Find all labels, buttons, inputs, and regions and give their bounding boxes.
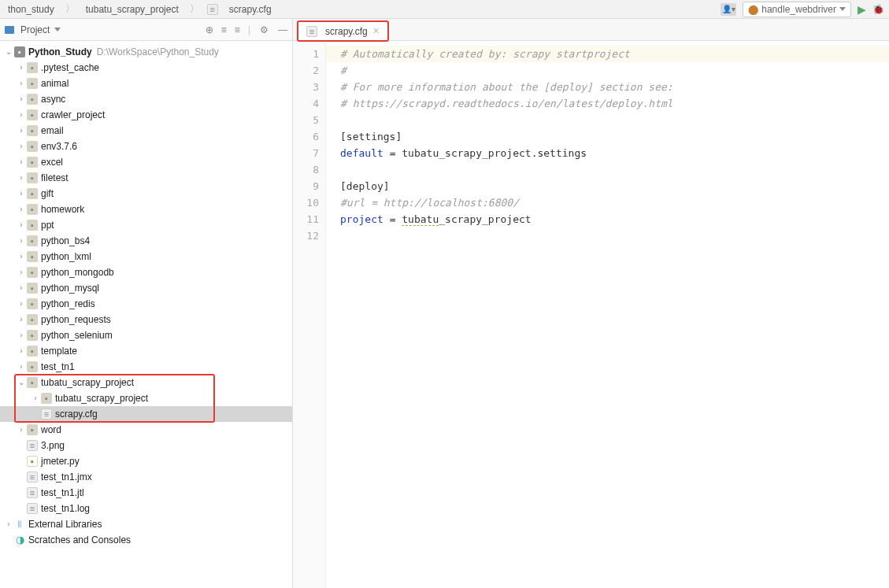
chevron-down-icon[interactable]: ⌄	[3, 44, 14, 60]
tree-item-label: email	[41, 123, 64, 139]
tree-folder[interactable]: ›▪animal	[0, 76, 292, 91]
chevron-right-icon[interactable]: ›	[16, 139, 27, 154]
avatar-icon[interactable]: 👤▾	[720, 3, 736, 16]
chevron-right-icon[interactable]: ›	[16, 107, 27, 123]
tree-folder[interactable]: ⌄ ▪ tubatu_scrapy_project	[0, 375, 292, 390]
tree-folder[interactable]: ›▪ppt	[0, 217, 292, 233]
chevron-down-icon[interactable]: ⌄	[16, 375, 27, 390]
tree-folder[interactable]: ›▪.pytest_cache	[0, 60, 292, 76]
project-tree[interactable]: ⌄ ▪ Python_Study D:\WorkSpace\Python_Stu…	[0, 41, 292, 588]
file-icon: ≡	[27, 487, 38, 498]
tree-folder[interactable]: ›▪test_tn1	[0, 359, 292, 375]
chevron-right-icon[interactable]: ›	[16, 359, 27, 375]
chevron-right-icon[interactable]: ›	[16, 264, 27, 280]
project-view-selector[interactable]: Project	[5, 24, 61, 35]
tree-folder[interactable]: ›▪template	[0, 343, 292, 359]
tree-file[interactable]: ›≡test_tn1.log	[0, 501, 292, 516]
py-icon: ▪	[27, 456, 38, 467]
chevron-right-icon[interactable]: ›	[16, 76, 27, 91]
tree-folder[interactable]: ›▪excel	[0, 154, 292, 170]
tree-file[interactable]: ›▪jmeter.py	[0, 453, 292, 469]
run-button[interactable]: ▶	[858, 3, 866, 16]
tree-folder[interactable]: ›▪env3.7.6	[0, 139, 292, 154]
tree-item-label: test_tn1	[41, 359, 75, 375]
code-content[interactable]: # Automatically created by: scrapy start…	[326, 41, 889, 588]
folder-icon: ▪	[27, 109, 38, 120]
collapse-all-button[interactable]: ≡	[235, 24, 240, 35]
folder-icon: ▪	[27, 330, 38, 341]
run-config-selector[interactable]: ⬤ handle_webdriver	[743, 2, 851, 17]
tree-item-label: homework	[41, 202, 84, 217]
editor-tab[interactable]: ≡ scrapy.cfg ✕	[298, 21, 388, 40]
tree-folder[interactable]: ›▪crawler_project	[0, 107, 292, 123]
close-icon[interactable]: ✕	[372, 26, 380, 36]
tree-folder[interactable]: ›▪python_mysql	[0, 280, 292, 296]
chevron-right-icon[interactable]: ›	[16, 233, 27, 249]
hide-button[interactable]: —	[278, 24, 287, 35]
editor-tabbar[interactable]: ≡ scrapy.cfg ✕	[293, 19, 889, 41]
expand-all-button[interactable]: ≡	[221, 24, 227, 35]
folder-icon: ▪	[27, 141, 38, 152]
chevron-right-icon[interactable]: ›	[16, 91, 27, 107]
chevron-right-icon[interactable]: ›	[16, 154, 27, 170]
breadcrumb-item[interactable]: tubatu_scrapy_project	[83, 2, 182, 17]
code-editor[interactable]: 123456789101112 # Automatically created …	[293, 41, 889, 588]
tree-folder[interactable]: ›▪word	[0, 422, 292, 438]
gear-icon[interactable]: ⚙	[258, 24, 270, 35]
tree-folder[interactable]: ›▪python_mongodb	[0, 264, 292, 280]
tree-file[interactable]: ›≡test_tn1.jmx	[0, 469, 292, 485]
tree-folder[interactable]: ›▪email	[0, 123, 292, 139]
debug-button[interactable]: 🐞	[872, 4, 884, 15]
chevron-down-icon	[839, 7, 846, 11]
tree-file[interactable]: ›≡3.png	[0, 438, 292, 453]
chevron-right-icon[interactable]: ›	[3, 516, 14, 532]
tree-root[interactable]: ⌄ ▪ Python_Study D:\WorkSpace\Python_Stu…	[0, 44, 292, 60]
tree-item-label: .pytest_cache	[41, 60, 99, 76]
tree-file-selected[interactable]: › ≡ scrapy.cfg	[0, 406, 292, 422]
folder-icon: ▪	[27, 94, 38, 105]
chevron-right-icon[interactable]: ›	[16, 123, 27, 139]
chevron-right-icon[interactable]: ›	[16, 217, 27, 233]
chevron-right-icon[interactable]: ›	[16, 249, 27, 264]
breadcrumb[interactable]: thon_study 〉 tubatu_scrapy_project 〉 ≡ s…	[5, 1, 275, 17]
chevron-right-icon[interactable]: ›	[16, 343, 27, 359]
file-icon: ≡	[27, 472, 38, 483]
tree-folder[interactable]: ›▪python_redis	[0, 296, 292, 312]
chevron-right-icon[interactable]: ›	[16, 280, 27, 296]
tree-item-label: scrapy.cfg	[55, 406, 98, 422]
tree-item-label: python_mysql	[41, 280, 99, 296]
breadcrumb-item[interactable]: scrapy.cfg	[226, 2, 275, 17]
chevron-right-icon[interactable]: ›	[16, 422, 27, 438]
tree-item-label: word	[41, 422, 61, 438]
chevron-right-icon[interactable]: ›	[16, 60, 27, 76]
chevron-right-icon[interactable]: ›	[16, 296, 27, 312]
project-icon	[5, 26, 14, 34]
tree-file[interactable]: ›≡test_tn1.jtl	[0, 485, 292, 501]
tree-folder[interactable]: ›▪homework	[0, 202, 292, 217]
chevron-right-icon[interactable]: ›	[16, 312, 27, 327]
tree-folder[interactable]: ›▪async	[0, 91, 292, 107]
breadcrumb-item[interactable]: thon_study	[5, 2, 57, 17]
tree-folder[interactable]: ›▪gift	[0, 186, 292, 202]
folder-icon: ▪	[27, 267, 38, 278]
file-icon: ≡	[41, 409, 52, 420]
tree-folder[interactable]: › ▪ tubatu_scrapy_project	[0, 390, 292, 406]
scratches-consoles[interactable]: › ◑ Scratches and Consoles	[0, 532, 292, 548]
tree-item-label: gift	[41, 186, 54, 202]
chevron-right-icon[interactable]: ›	[16, 170, 27, 186]
chevron-right-icon[interactable]: ›	[16, 202, 27, 217]
tree-folder[interactable]: ›▪python_lxml	[0, 249, 292, 264]
external-libraries[interactable]: › ⫴ External Libraries	[0, 516, 292, 532]
tree-item-label: External Libraries	[28, 516, 102, 532]
locate-button[interactable]: ⊕	[206, 24, 213, 35]
chevron-right-icon[interactable]: ›	[30, 390, 41, 406]
tree-folder[interactable]: ›▪python_requests	[0, 312, 292, 327]
chevron-right-icon[interactable]: ›	[16, 327, 27, 343]
tree-folder[interactable]: ›▪python_selenium	[0, 327, 292, 343]
file-icon: ≡	[306, 26, 317, 37]
chevron-right-icon[interactable]: ›	[16, 186, 27, 202]
tree-folder[interactable]: ›▪python_bs4	[0, 233, 292, 249]
tree-folder[interactable]: ›▪filetest	[0, 170, 292, 186]
folder-icon: ▪	[27, 283, 38, 294]
folder-icon: ▪	[27, 172, 38, 183]
